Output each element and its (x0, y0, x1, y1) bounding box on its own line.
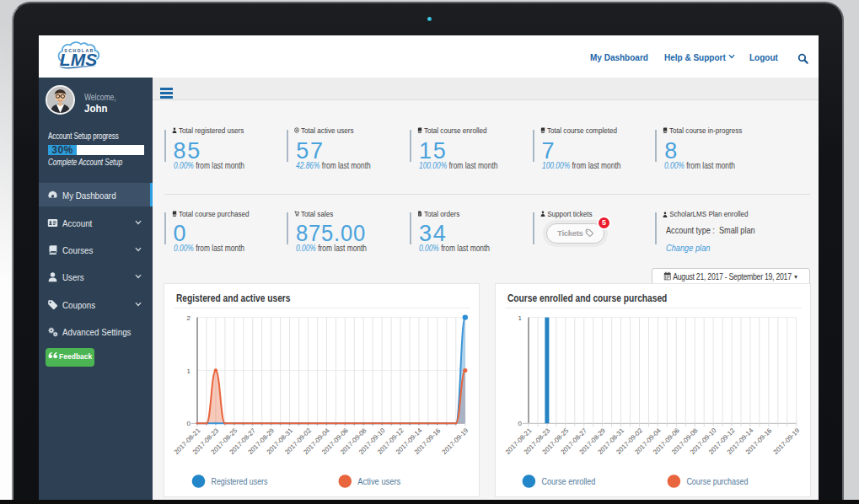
svg-text:2017-09-19: 2017-09-19 (771, 426, 801, 456)
svg-text:Registered users: Registered users (211, 476, 267, 486)
svg-text:2017-09-19: 2017-09-19 (440, 426, 470, 456)
svg-text:2: 2 (186, 314, 191, 322)
svg-text:Active users: Active users (357, 476, 400, 486)
svg-text:0: 0 (186, 420, 191, 427)
svg-text:Course enrolled: Course enrolled (541, 476, 595, 486)
svg-text:1: 1 (186, 367, 191, 375)
svg-text:0: 0 (518, 420, 522, 427)
svg-text:1: 1 (518, 314, 522, 322)
svg-text:Course purchased: Course purchased (686, 476, 748, 486)
